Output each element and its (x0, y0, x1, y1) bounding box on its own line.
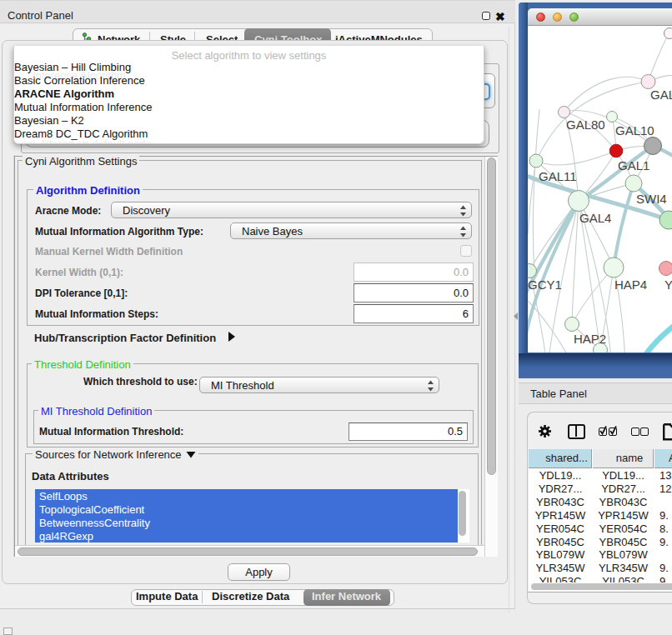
svg-text:GAL: GAL (650, 88, 672, 102)
svg-text:HAP4: HAP4 (614, 278, 647, 292)
svg-text:GAL4: GAL4 (579, 211, 611, 225)
svg-text:SWI4: SWI4 (636, 192, 667, 206)
svg-text:GAL1: GAL1 (618, 158, 649, 172)
svg-text:GAL11: GAL11 (539, 169, 577, 183)
svg-text:Y: Y (664, 278, 672, 292)
svg-text:GAL80: GAL80 (566, 118, 605, 132)
svg-text:GCY1: GCY1 (528, 278, 562, 292)
svg-text:GAL10: GAL10 (615, 123, 654, 138)
svg-text:HAP2: HAP2 (574, 332, 606, 346)
